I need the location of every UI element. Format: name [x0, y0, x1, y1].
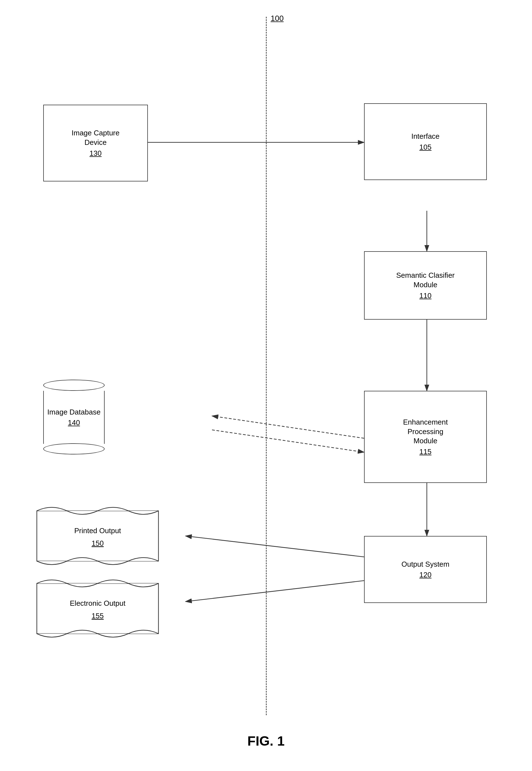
svg-line-5: [212, 416, 364, 438]
interface-box: Interface 105: [364, 103, 487, 180]
cylinder-bottom: [43, 443, 105, 455]
image-database-label: Image Database: [47, 408, 101, 417]
svg-text:155: 155: [92, 612, 103, 620]
svg-rect-13: [37, 583, 158, 634]
cylinder-body: Image Database 140: [43, 391, 105, 444]
image-capture-number: 130: [90, 149, 102, 158]
image-database-cylinder: Image Database 140: [43, 379, 105, 455]
interface-label: Interface: [411, 132, 439, 141]
svg-line-8: [186, 536, 364, 557]
output-system-box: Output System 120: [364, 536, 487, 603]
svg-line-6: [212, 430, 364, 452]
center-divider-line: [266, 17, 267, 715]
image-capture-label: Image CaptureDevice: [72, 128, 120, 147]
printed-output-scroll: Printed Output 150: [36, 503, 159, 571]
interface-number: 105: [419, 143, 431, 152]
printed-output-svg: Printed Output 150: [36, 503, 159, 570]
svg-line-9: [186, 581, 364, 602]
svg-text:150: 150: [92, 539, 103, 548]
svg-text:Printed Output: Printed Output: [74, 527, 121, 535]
semantic-classifier-box: Semantic ClasifierModule 110: [364, 251, 487, 319]
enhancement-label: EnhancementProcessingModule: [403, 418, 448, 446]
output-system-number: 120: [419, 571, 431, 579]
semantic-classifier-label: Semantic ClasifierModule: [396, 271, 455, 290]
cylinder-top: [43, 379, 105, 391]
enhancement-number: 115: [419, 448, 431, 456]
semantic-classifier-number: 110: [419, 291, 431, 300]
output-system-label: Output System: [401, 560, 449, 569]
svg-rect-10: [37, 511, 158, 561]
figure-label: FIG. 1: [247, 733, 285, 749]
image-capture-device-box: Image CaptureDevice 130: [43, 105, 148, 181]
image-database-number: 140: [68, 419, 80, 427]
electronic-output-svg: Electronic Output 155: [36, 575, 159, 642]
diagram-number-label: 100: [271, 14, 284, 23]
enhancement-box: EnhancementProcessingModule 115: [364, 391, 487, 483]
electronic-output-scroll: Electronic Output 155: [36, 575, 159, 643]
diagram-container: 100 Image CaptureDevice 130: [0, 0, 532, 771]
svg-text:Electronic Output: Electronic Output: [70, 599, 126, 607]
